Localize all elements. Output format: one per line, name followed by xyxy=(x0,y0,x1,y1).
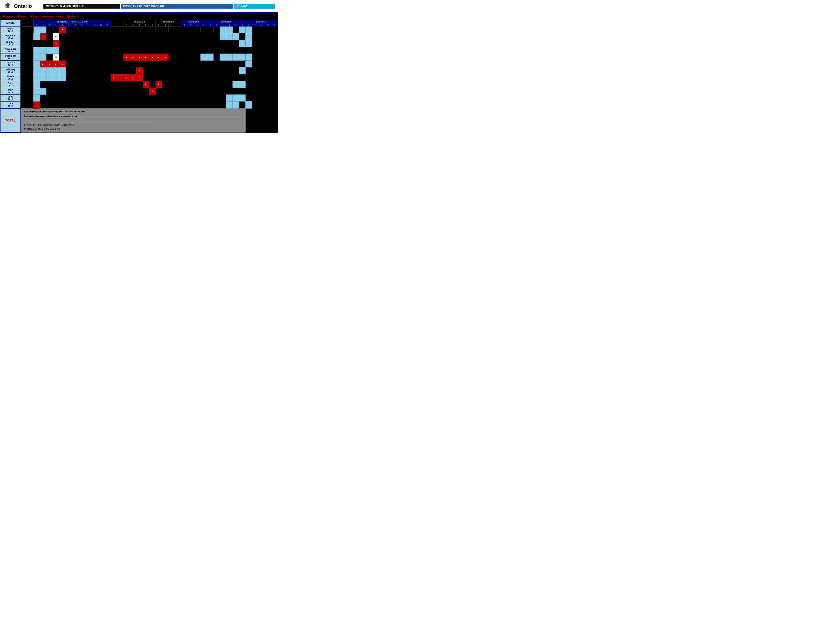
d-oct-se1 xyxy=(194,40,200,47)
d-jan-sb1 xyxy=(111,61,117,68)
main-table-wrapper: Month SECTION A — PROGRAM DATA SECTION B… xyxy=(0,19,278,133)
section-header-6: SECTION F xyxy=(245,20,277,24)
d-jan-a5-red: ▶ xyxy=(60,61,66,68)
d-oct-sb5 xyxy=(136,40,143,47)
d-oct-a9 xyxy=(85,40,91,47)
filter-item-3[interactable]: ■ Filter A Filter B xyxy=(31,14,63,18)
empty-header-2 xyxy=(111,20,124,24)
d-jun-se3 xyxy=(207,95,213,101)
filter-item-1[interactable]: ■ Legend xyxy=(3,14,13,18)
d-oct-sc2 xyxy=(149,40,156,47)
d-feb-sc2 xyxy=(149,68,156,74)
d-aug-a2 xyxy=(40,26,46,33)
d-dec-a6 xyxy=(66,54,72,61)
d-jul-sb5 xyxy=(136,101,143,109)
d-aug-a4 xyxy=(53,26,59,33)
filter-item-4[interactable]: ▶ Filter C xyxy=(68,14,78,18)
d-jul-sc2 xyxy=(149,101,156,109)
d-dec-sf3 xyxy=(233,54,239,61)
section-header-3: SECTION C xyxy=(156,20,181,24)
d-mar-sb3-red: ▶ xyxy=(124,74,130,81)
d-mar-a7 xyxy=(72,74,78,81)
header-title-cyan: 2018-2019 xyxy=(234,4,275,9)
d-apr-sb1 xyxy=(111,81,117,88)
d-dec-sd2 xyxy=(175,54,181,61)
d-may-se3 xyxy=(207,88,213,95)
d-jun-a6 xyxy=(66,95,72,101)
d-mar-sc2 xyxy=(149,74,156,81)
d-aug-se2 xyxy=(200,26,207,33)
d-may-1 xyxy=(21,88,27,95)
d-feb-sb4 xyxy=(130,68,136,74)
d-mar-b1 xyxy=(98,74,104,81)
d-nov-a9 xyxy=(85,47,91,54)
d-sep-2 xyxy=(27,33,33,40)
sub-h-7: 7 xyxy=(72,24,78,26)
d-oct-sc3 xyxy=(156,40,162,47)
sub-h-9: 9 xyxy=(85,24,91,26)
d-may-sc4 xyxy=(162,88,168,95)
d-jun-sf1 xyxy=(220,95,226,101)
d-oct-2 xyxy=(27,40,33,47)
d-jun-sf2 xyxy=(226,95,233,101)
d-dec-a2 xyxy=(40,54,46,61)
d-jan-se1 xyxy=(194,61,200,68)
d-apr-se1 xyxy=(194,81,200,88)
d-jan-b1 xyxy=(98,61,104,68)
d-jan-a4-red: ▶ xyxy=(53,61,59,68)
d-apr-se4 xyxy=(213,81,220,88)
d-feb-sc4 xyxy=(162,68,168,74)
row-april-2019: April2019 ■ ■ xyxy=(0,81,278,88)
d-dec-a9 xyxy=(85,54,91,61)
d-mar-se3 xyxy=(207,74,213,81)
d-jun-se1 xyxy=(194,95,200,101)
d-jan-a6 xyxy=(66,61,72,68)
d-nov-sd3 xyxy=(181,47,188,54)
d-nov-a4 xyxy=(53,47,59,54)
d-apr-a10 xyxy=(92,81,98,88)
d-sep-sd4 xyxy=(188,33,194,40)
d-mar-se1 xyxy=(194,74,200,81)
sub-h-f3: V xyxy=(258,24,265,26)
d-feb-a8 xyxy=(79,68,85,74)
d-oct-1 xyxy=(21,40,27,47)
month-label-oct2018: October2018 xyxy=(0,40,21,47)
d-dec-a4-white: 6 xyxy=(53,54,59,61)
sub-header-blank-3 xyxy=(111,24,117,26)
d-aug-sf4 xyxy=(239,26,245,33)
sub-h-1: 1 xyxy=(34,24,40,26)
d-aug-sc3 xyxy=(156,26,162,33)
d-nov-se1 xyxy=(194,47,200,54)
d-jun-a8 xyxy=(79,95,85,101)
d-jan-sc4 xyxy=(162,61,168,68)
d-dec-b1 xyxy=(98,54,104,61)
d-feb-sf4 xyxy=(239,68,245,74)
d-jun-2 xyxy=(27,95,33,101)
d-jan-a2-red: ▶ xyxy=(40,61,46,68)
d-feb-a4 xyxy=(53,68,59,74)
d-may-a8 xyxy=(79,88,85,95)
sub-h-b1: A xyxy=(124,24,130,26)
d-oct-sf5 xyxy=(245,40,252,47)
d-jul-se4 xyxy=(213,101,220,109)
d-mar-sb2-red: ▶ xyxy=(117,74,124,81)
d-nov-a3 xyxy=(47,47,53,54)
d-sep-a3 xyxy=(47,33,53,40)
d-mar-sb5-red: ▶ xyxy=(136,74,143,81)
d-jun-sb5 xyxy=(136,95,143,101)
d-may-sf1 xyxy=(220,88,226,95)
section-header-5: SECTION E xyxy=(207,20,246,24)
d-aug-b2 xyxy=(104,26,111,33)
d-feb-b2 xyxy=(104,68,111,74)
filter-label-3b: Filter B xyxy=(56,15,63,18)
sub-h-5: 5 xyxy=(60,24,66,26)
d-jan-sf3 xyxy=(233,61,239,68)
d-sep-sf3 xyxy=(233,33,239,40)
d-dec-a10 xyxy=(92,54,98,61)
d-jun-sc4 xyxy=(162,95,168,101)
d-aug-a5-red: ■ xyxy=(60,26,66,33)
filter-item-2[interactable]: ■ Status xyxy=(18,14,26,18)
d-feb-se1 xyxy=(194,68,200,74)
d-jul-se3 xyxy=(207,101,213,109)
d-feb-sf5 xyxy=(245,68,252,74)
